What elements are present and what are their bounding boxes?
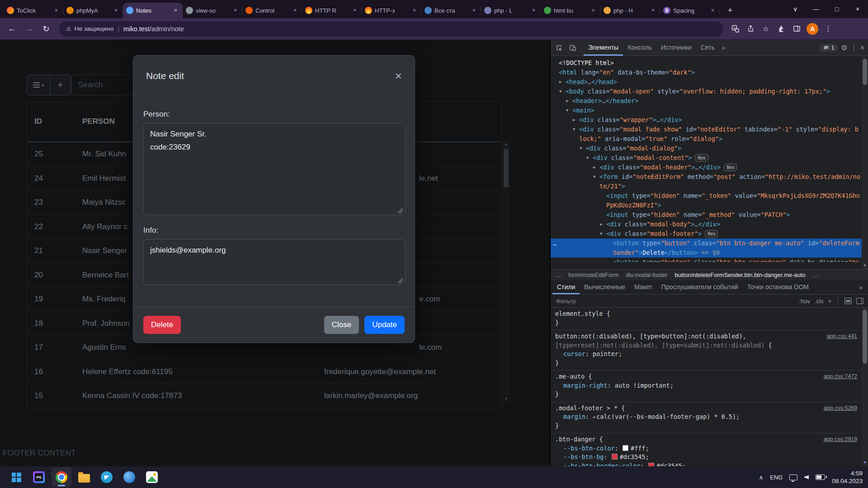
taskbar-clock[interactable]: 4:59 08.04.2023 — [832, 469, 863, 485]
css-selector-line[interactable]: app.css:7472.me-auto { — [555, 372, 857, 381]
devtools-tab-Консоль[interactable]: Консоль — [623, 40, 656, 56]
battery-icon[interactable] — [816, 474, 825, 480]
breadcrumb-item[interactable]: div.modal-footer — [626, 272, 667, 278]
modal-close-icon[interactable]: × — [395, 70, 402, 82]
browser-tab[interactable]: phpMyA× — [63, 3, 123, 18]
expander-open-icon[interactable]: ▼ — [600, 229, 602, 239]
taskbar-phpstorm-icon[interactable]: PS — [29, 467, 49, 487]
elements-scroll-down-arrow[interactable]: ▼ — [862, 263, 868, 267]
dom-tree-line[interactable]: ▼<form id="noteEditForm" method="post" a… — [551, 172, 862, 191]
expander-open-icon[interactable]: ▼ — [580, 144, 582, 153]
browser-tab[interactable]: ToClick× — [4, 3, 63, 18]
expander-closed-icon[interactable]: ▶ — [600, 220, 602, 229]
taskbar-messenger-icon[interactable] — [119, 467, 139, 487]
start-button[interactable] — [6, 467, 26, 487]
reload-button[interactable]: ↻ — [38, 21, 54, 37]
dom-tree-line[interactable]: …<button type="button" class="btn btn-da… — [551, 239, 862, 258]
device-toolbar-icon[interactable] — [566, 42, 580, 54]
devtools-tab-Сеть[interactable]: Сеть — [696, 40, 719, 56]
css-rule[interactable]: app.css:441button:not(:disabled), [type=… — [551, 330, 862, 371]
browser-tab[interactable]: HTTP-з× — [362, 3, 421, 18]
tab-close-icon[interactable]: × — [231, 7, 239, 14]
browser-tab[interactable]: view-so× — [183, 3, 242, 18]
tab-close-icon[interactable]: × — [172, 7, 179, 14]
dom-tree-line[interactable]: ▶<header>…</header> — [551, 96, 862, 106]
tab-close-icon[interactable]: × — [351, 7, 359, 14]
css-rule[interactable]: element.style {} — [551, 308, 862, 330]
devtools-tab-Элементы[interactable]: Элементы — [584, 40, 623, 56]
expander-closed-icon[interactable]: ▶ — [559, 77, 561, 87]
css-rule[interactable]: app.css:7472.me-auto {margin-right: auto… — [551, 371, 862, 402]
dom-tree-line[interactable]: ▶<div class="modal-header">…</div>flex — [551, 163, 862, 172]
breadcrumb-item[interactable]: button#deleteFormSender.btn.btn-danger.m… — [675, 272, 806, 278]
elements-scrollbar-thumb[interactable] — [863, 59, 867, 85]
styles-filter-input[interactable] — [555, 297, 794, 305]
breadcrumb-item[interactable]: … — [555, 272, 561, 278]
share-icon[interactable] — [743, 22, 758, 36]
elements-scrollbar[interactable]: ▼ — [862, 56, 868, 269]
css-source-link[interactable]: app.css:7472 — [824, 372, 857, 381]
tab-close-icon[interactable]: × — [590, 7, 597, 14]
side-panel-icon[interactable] — [789, 22, 804, 36]
browser-tab[interactable]: php - H× — [600, 3, 660, 18]
tab-search-icon[interactable]: ∨ — [785, 0, 806, 18]
taskbar-chrome-icon[interactable] — [52, 467, 71, 487]
css-property-line[interactable]: margin-right: auto !important; — [555, 381, 857, 390]
breadcrumb-item[interactable]: … — [813, 272, 819, 278]
styles-scrollbar-thumb[interactable] — [863, 310, 867, 364]
tab-close-icon[interactable]: × — [52, 7, 60, 14]
browser-menu-icon[interactable]: ⋮ — [821, 22, 835, 36]
taskbar-photos-icon[interactable] — [142, 467, 162, 487]
expander-open-icon[interactable]: ▼ — [559, 87, 561, 96]
delete-button[interactable]: Delete — [143, 316, 181, 334]
expander-closed-icon[interactable]: ▶ — [593, 163, 595, 172]
css-property-line[interactable]: --bs-btn-border-color: #dc3545; — [555, 462, 857, 467]
window-maximize-button[interactable]: □ — [826, 0, 847, 18]
dom-tree-line[interactable]: ▼<body class="modal-open" style="overflo… — [551, 87, 862, 96]
dom-tree-line[interactable]: ▼<div class="modal fade show" id="noteEd… — [551, 125, 862, 144]
profile-avatar[interactable]: A — [807, 23, 818, 35]
expander-closed-icon[interactable]: ▶ — [573, 115, 575, 125]
bookmark-star-icon[interactable]: ☆ — [759, 22, 773, 36]
css-property-line[interactable]: margin: ▸calc(var(--bs-modal-footer-gap)… — [555, 413, 857, 422]
browser-tab[interactable]: BSpacing× — [660, 3, 720, 18]
dom-tree-line[interactable]: <html lang="en" data-bs-theme="dark"> — [551, 68, 862, 77]
css-source-link[interactable]: app.css:5269 — [824, 404, 857, 413]
url-text[interactable]: miko.test/admin/note — [123, 25, 184, 33]
inspect-element-icon[interactable] — [552, 42, 566, 54]
browser-tab[interactable]: Control× — [242, 3, 302, 18]
update-button[interactable]: Update — [364, 316, 405, 334]
dom-tree-line[interactable]: ▶<div class="wrapper">…</div> — [551, 115, 862, 125]
new-style-rule-button[interactable]: + — [828, 298, 831, 305]
breadcrumb-item[interactable]: form#noteEditForm — [568, 272, 618, 278]
css-property-line[interactable]: --bs-btn-color: #fff; — [555, 444, 857, 453]
site-security-chip[interactable]: ⚠ Не защищено — [66, 25, 113, 32]
extensions-puzzle-icon[interactable] — [774, 22, 788, 36]
devtools-menu-icon[interactable]: ⋮ — [850, 43, 858, 52]
css-property-line[interactable]: cursor: pointer; — [555, 350, 857, 359]
styles-tab-1[interactable]: Вычисленные — [580, 280, 630, 294]
flex-badge[interactable]: flex — [705, 230, 718, 238]
keyboard-language[interactable]: ENG — [770, 474, 783, 481]
dom-tree-line[interactable]: ▼<div class="modal-content">flex — [551, 153, 862, 163]
window-close-button[interactable]: × — [847, 0, 868, 18]
dom-tree-line[interactable]: <input type="hidden" name="_method" valu… — [551, 210, 862, 220]
person-textarea[interactable]: Nasir Senger Sr. code:23629 — [143, 123, 406, 215]
address-bar[interactable]: ⚠ Не защищено | miko.test/admin/note — [59, 21, 723, 37]
css-selector-line[interactable]: app.css:5269.modal-footer > * { — [555, 404, 857, 413]
computed-grid-icon[interactable] — [844, 298, 852, 304]
styles-scroll-down-arrow[interactable]: ▼ — [862, 460, 868, 465]
css-selector-line[interactable]: app.css:2919.btn-danger { — [555, 435, 857, 444]
more-tabs-icon[interactable]: » — [719, 44, 728, 51]
more-actions-icon[interactable]: … — [553, 239, 557, 248]
tab-close-icon[interactable]: × — [291, 7, 299, 14]
network-icon[interactable] — [789, 474, 797, 480]
element-classes-button[interactable]: .cls — [815, 298, 824, 305]
tab-close-icon[interactable]: × — [470, 7, 478, 14]
devtools-settings-gear-icon[interactable]: ⚙ — [841, 43, 847, 52]
window-minimize-button[interactable]: — — [806, 0, 826, 18]
css-selector-line[interactable]: element.style { — [555, 310, 857, 319]
dom-tree-line[interactable]: ▼<main> — [551, 106, 862, 115]
tab-close-icon[interactable]: × — [410, 7, 418, 14]
dom-tree-line[interactable]: ▶<head>…</head> — [551, 77, 862, 87]
